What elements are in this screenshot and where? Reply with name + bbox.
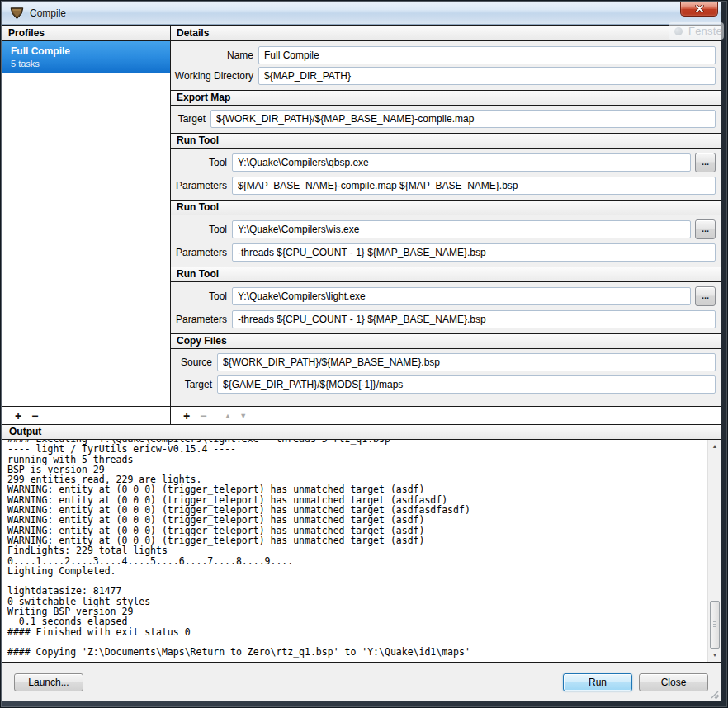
close-window-button[interactable] [680, 2, 718, 17]
tool-label: Tool [171, 224, 227, 235]
parameters-label: Parameters [171, 247, 227, 258]
profile-list[interactable]: Full Compile 5 tasks [2, 41, 170, 406]
resize-grip[interactable] [709, 689, 720, 700]
move-task-down-button[interactable]: ▼ [235, 408, 251, 424]
details-panel: Details Name Working Directory Export Ma… [171, 25, 721, 424]
run-button[interactable]: Run [563, 673, 632, 691]
title-bar[interactable]: Compile [2, 2, 721, 25]
section-title: Export Map [171, 90, 721, 106]
target-label: Target [171, 113, 206, 125]
console-output: #### Executing 'Y:\Quake\Compilers\light… [2, 440, 721, 658]
parameters-label: Parameters [171, 314, 227, 325]
window-title: Compile [30, 7, 66, 19]
scroll-thumb[interactable] [710, 601, 720, 649]
details-form: Name Working Directory Export Map Target [171, 41, 721, 406]
copy-source-input[interactable] [217, 353, 716, 371]
source-label: Source [171, 356, 212, 368]
tool-path-input[interactable] [232, 287, 691, 305]
remove-profile-button[interactable]: − [26, 408, 43, 424]
name-label: Name [171, 50, 253, 61]
task-section-run-tool-2: Run Tool Tool ... Parameters [171, 200, 721, 262]
copy-target-input[interactable] [217, 375, 716, 394]
compile-dialog-window: Compile Fenste Profiles Full Compile 5 t… [0, 0, 728, 708]
move-task-up-button[interactable]: ▲ [220, 408, 235, 424]
section-title: Copy Files [171, 333, 721, 349]
profile-name: Full Compile [11, 45, 162, 58]
close-dialog-button[interactable]: Close [639, 673, 708, 691]
parameters-input[interactable] [232, 243, 716, 262]
trenchbroom-shield-icon [10, 7, 24, 20]
target-label: Target [171, 379, 212, 390]
close-icon [695, 5, 704, 12]
add-profile-button[interactable]: + [10, 408, 26, 424]
dialog-footer: Launch... Run Close [2, 663, 721, 701]
working-directory-label: Working Directory [171, 70, 253, 82]
tool-label: Tool [171, 157, 227, 168]
tool-path-input[interactable] [232, 153, 691, 172]
export-target-input[interactable] [210, 110, 716, 128]
output-header: Output [2, 424, 721, 440]
profiles-toolbar: + − [2, 406, 170, 424]
add-task-button[interactable]: + [178, 408, 195, 424]
browse-button[interactable]: ... [695, 286, 716, 306]
details-header: Details [171, 25, 721, 41]
tasks-toolbar: + − ▲ ▼ [171, 406, 721, 424]
section-title: Run Tool [171, 200, 721, 215]
browse-button[interactable]: ... [695, 153, 716, 172]
task-section-run-tool-3: Run Tool Tool ... Parameters [171, 267, 721, 328]
scroll-up-icon[interactable]: ▲ [708, 441, 721, 451]
profile-list-item-selected[interactable]: Full Compile 5 tasks [2, 41, 170, 73]
remove-task-button[interactable]: − [195, 408, 211, 424]
parameters-input[interactable] [232, 310, 716, 328]
tool-label: Tool [171, 290, 227, 302]
browse-button[interactable]: ... [695, 219, 716, 239]
profiles-header: Profiles [2, 25, 170, 41]
task-section-run-tool-1: Run Tool Tool ... Parameters [171, 133, 721, 195]
section-title: Run Tool [171, 133, 721, 149]
profiles-panel: Profiles Full Compile 5 tasks + − [2, 25, 171, 424]
section-title: Run Tool [171, 267, 721, 282]
working-directory-input[interactable] [258, 67, 716, 85]
output-scrollbar[interactable]: ▲ ▼ [707, 440, 721, 662]
task-section-export-map: Export Map Target [171, 90, 721, 128]
task-section-copy-files: Copy Files Source Target [171, 333, 721, 394]
launch-button[interactable]: Launch... [14, 673, 83, 691]
tool-path-input[interactable] [232, 220, 691, 238]
parameters-label: Parameters [171, 180, 227, 191]
profile-task-count: 5 tasks [11, 58, 162, 69]
parameters-input[interactable] [232, 177, 716, 195]
scroll-down-icon[interactable]: ▼ [708, 650, 721, 660]
output-console-area[interactable]: #### Executing 'Y:\Quake\Compilers\light… [2, 440, 721, 663]
profile-name-input[interactable] [258, 46, 716, 64]
